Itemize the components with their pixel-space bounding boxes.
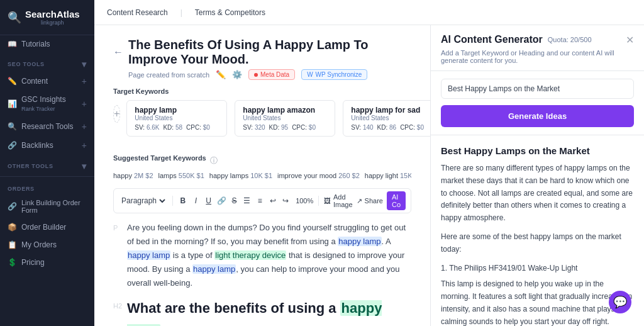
- sidebar-item-gsc[interactable]: 📊 GSC Insights Rank Tracker +: [0, 91, 94, 117]
- sidebar-item-my-orders[interactable]: 📋 My Orders: [0, 236, 94, 254]
- my-orders-icon: 📋: [8, 240, 16, 249]
- highlight-happy-lamp-2: happy lamp: [192, 264, 236, 274]
- editor-content: P Are you feeling down in the dumps? Do …: [113, 221, 411, 326]
- sidebar-divider: [0, 176, 94, 177]
- bold-btn[interactable]: B: [178, 194, 188, 208]
- ai-quota: Quota: 20/500: [548, 36, 592, 43]
- ai-para-0: There are so many different types of hap…: [441, 162, 634, 225]
- sidebar-logo: 🔍 SearchAtlas linkgraph: [0, 0, 94, 35]
- target-keywords-label: Target Keywords: [113, 87, 411, 95]
- keyword-card-0: happy lamp United States SV: 6.6K KD: 58…: [126, 100, 227, 137]
- generate-ideas-btn[interactable]: Generate Ideas: [441, 105, 634, 127]
- add-keyword-btn[interactable]: +: [113, 105, 120, 123]
- content-plus[interactable]: +: [82, 76, 87, 86]
- kw-country-2: United States: [351, 115, 430, 121]
- page-meta: Page created from scratch ✏️ ⚙️ Meta Dat…: [113, 69, 411, 80]
- nav-content-research[interactable]: Content Research: [107, 8, 168, 17]
- ai-toolbar-btn[interactable]: AI Co: [387, 191, 406, 210]
- ai-panel-close[interactable]: ✕: [626, 34, 634, 46]
- keywords-row: + happy lamp United States SV: 6.6K KD: …: [113, 100, 411, 147]
- list-ul-btn[interactable]: ☰: [242, 194, 252, 208]
- keyword-card-1: happy lamp amazon United States SV: 320 …: [235, 100, 335, 137]
- para-text-0: Are you feeling down in the dumps? Do yo…: [127, 221, 411, 290]
- chat-bubble[interactable]: 💬: [609, 291, 631, 313]
- sug-kw-4: happy light 15K $1: [365, 172, 411, 179]
- sidebar-label-research: Research Tools: [21, 122, 74, 131]
- sug-kw-1: lamps 550K $1: [158, 172, 204, 179]
- editor-main: ← The Benefits Of Using A Happy Lamp To …: [94, 25, 430, 326]
- kw-stats-2: SV: 140 KD: 86 CPC: $0: [351, 124, 430, 131]
- suggested-info[interactable]: ⓘ: [210, 155, 218, 166]
- sidebar-label-my-orders: My Orders: [21, 240, 57, 249]
- keyword-card-2: happy lamp for sad United States SV: 140…: [343, 100, 430, 137]
- sidebar-label-pricing: Pricing: [21, 258, 45, 267]
- sidebar-label-content: Content: [21, 77, 48, 86]
- italic-btn[interactable]: I: [191, 194, 201, 208]
- chat-icon: 💬: [613, 295, 627, 309]
- suggested-label: Suggested Target Keywords: [113, 154, 206, 162]
- sidebar-item-order-builder[interactable]: 📦 Order Builder: [0, 218, 94, 236]
- toolbar-sep-1: [318, 196, 319, 206]
- wp-icon: W: [307, 71, 313, 78]
- share-btn[interactable]: ↗ Share: [357, 197, 383, 205]
- logo-name: SearchAtlas: [25, 9, 80, 20]
- meta-badge-label: Meta Data: [260, 71, 289, 78]
- logo-sub: linkgraph: [25, 20, 80, 26]
- page-title: The Benefits Of Using A Happy Lamp To Im…: [128, 38, 411, 67]
- suggested-keywords-row: happy 2M $2 lamps 550K $1 happy lamps 10…: [113, 172, 411, 179]
- wp-badge-label: WP Synchronize: [316, 71, 362, 78]
- h2-text: What are the benefits of using a happy l…: [127, 296, 411, 326]
- meta-data-badge[interactable]: Meta Data: [248, 69, 295, 80]
- strikethrough-btn[interactable]: S: [229, 194, 239, 208]
- link-building-icon: 🔗: [8, 202, 16, 211]
- ai-para-3: This lamp is designed to help you wake u…: [441, 278, 634, 326]
- toolbar-right: 🖼 Add Image ↗ Share AI Co: [324, 191, 406, 210]
- nav-terms-competitors[interactable]: Terms & Competitors: [195, 8, 265, 17]
- seo-tools-header: SEO TOOLS ▾: [0, 53, 94, 72]
- back-arrow[interactable]: ←: [113, 47, 123, 58]
- undo-btn[interactable]: ↩: [267, 194, 277, 208]
- research-plus[interactable]: +: [82, 121, 87, 132]
- ai-panel-title: AI Content Generator: [441, 34, 543, 45]
- settings-icon[interactable]: ⚙️: [232, 70, 242, 79]
- sidebar-item-research[interactable]: 🔍 Research Tools +: [0, 117, 94, 136]
- top-nav: Content Research | Terms & Competitors: [94, 0, 644, 25]
- gsc-plus[interactable]: +: [82, 99, 87, 109]
- ai-keyword-input[interactable]: [441, 79, 634, 99]
- underline-btn[interactable]: U: [204, 194, 214, 208]
- kw-country-0: United States: [135, 115, 219, 121]
- para-0: P Are you feeling down in the dumps? Do …: [113, 221, 411, 290]
- editor-toolbar: Paragraph Heading 1 Heading 2 B I U 🔗 S …: [113, 188, 411, 213]
- wp-sync-badge[interactable]: W WP Synchronize: [301, 69, 367, 80]
- sidebar-label-backlinks: Backlinks: [21, 141, 53, 150]
- paragraph-select[interactable]: Paragraph Heading 1 Heading 2: [119, 196, 167, 206]
- link-btn[interactable]: 🔗: [216, 194, 226, 208]
- orders-header: ORDERS: [0, 179, 94, 194]
- kw-stats-0: SV: 6.6K KD: 58 CPC: $0: [135, 124, 219, 131]
- sidebar: 🔍 SearchAtlas linkgraph 📖 Tutorials SEO …: [0, 0, 94, 326]
- edit-icon[interactable]: ✏️: [216, 70, 226, 79]
- kw-name-2: happy lamp for sad: [351, 106, 430, 115]
- nav-separator: |: [180, 8, 182, 17]
- toolbar-sep-0: [172, 196, 173, 206]
- kw-stats-1: SV: 320 KD: 95 CPC: $0: [243, 124, 327, 131]
- content-icon: ✏️: [8, 77, 16, 86]
- ai-input-area: Generate Ideas: [431, 71, 644, 135]
- backlinks-icon: 🔗: [8, 141, 16, 150]
- sidebar-item-content[interactable]: ✏️ Content +: [0, 72, 94, 91]
- other-tools-collapse[interactable]: ▾: [82, 161, 87, 171]
- sug-kw-0: happy 2M $2: [113, 172, 153, 179]
- h2-row: H2 What are the benefits of using a happ…: [113, 296, 411, 326]
- redo-btn[interactable]: ↪: [280, 194, 291, 208]
- sidebar-item-link-building[interactable]: 🔗 Link Building Order Form: [0, 194, 94, 218]
- add-image-label: Add Image: [333, 193, 353, 208]
- pricing-icon: 💲: [8, 258, 16, 267]
- sidebar-item-pricing[interactable]: 💲 Pricing: [0, 254, 94, 271]
- sidebar-item-backlinks[interactable]: 🔗 Backlinks +: [0, 136, 94, 155]
- sidebar-item-tutorials[interactable]: 📖 Tutorials: [0, 35, 94, 53]
- sug-kw-3: improve your mood 260 $2: [277, 172, 360, 179]
- backlinks-plus[interactable]: +: [82, 140, 87, 150]
- seo-tools-collapse[interactable]: ▾: [82, 59, 87, 69]
- list-ol-btn[interactable]: ≡: [255, 194, 265, 208]
- add-image-btn[interactable]: 🖼 Add Image: [324, 193, 353, 208]
